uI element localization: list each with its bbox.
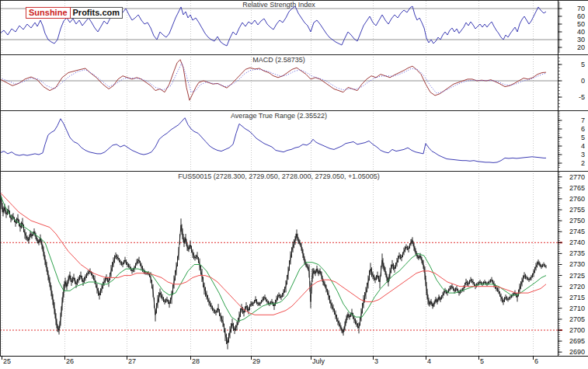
x-tick-label: 6 <box>534 357 538 365</box>
logo-sunshine: Sunshine <box>26 7 71 19</box>
y-tick-label: 2735 <box>569 249 585 257</box>
x-tick-label: 27 <box>128 357 136 365</box>
y-tick-label: 60 <box>577 12 585 20</box>
x-tick-label: 25 <box>3 357 11 365</box>
y-tick-label: 40 <box>577 28 585 36</box>
y-tick-label: 2 <box>581 159 585 167</box>
y-tick-label: 2715 <box>569 294 585 301</box>
y-tick-label: 20 <box>577 44 585 51</box>
y-tick-label: 5 <box>581 134 585 141</box>
macd-signal-line <box>0 63 546 93</box>
technical-analysis-chart: 203040506070-505234567269026952700270527… <box>0 0 588 369</box>
y-tick-label: 2750 <box>569 217 585 225</box>
y-tick-label: 70 <box>577 5 585 12</box>
atr-line <box>0 118 546 163</box>
y-tick-label: -5 <box>579 93 585 101</box>
price-line <box>0 193 546 343</box>
chart-canvas: 203040506070-505234567269026952700270527… <box>0 0 588 369</box>
y-tick-label: 0 <box>581 77 585 85</box>
x-tick-label: 29 <box>252 357 260 365</box>
y-tick-label: 3 <box>581 151 585 158</box>
x-tick-label: July <box>312 357 325 365</box>
y-tick-label: 2700 <box>569 326 585 334</box>
y-tick-label: 2745 <box>569 228 585 235</box>
x-tick-label: 3 <box>374 357 378 365</box>
y-tick-label: 2760 <box>569 195 585 203</box>
y-tick-label: 2710 <box>569 305 585 312</box>
y-tick-label: 2765 <box>569 184 585 192</box>
y-tick-label: 5 <box>581 61 585 68</box>
y-tick-label: 2730 <box>569 260 585 268</box>
y-tick-label: 2690 <box>569 348 585 356</box>
sunshine-profits-logo[interactable]: Sunshine Profits.com <box>26 7 123 19</box>
x-tick-label: 5 <box>480 357 484 365</box>
ma-slow-line <box>0 193 546 315</box>
y-tick-label: 50 <box>577 20 585 28</box>
x-tick-label: 4 <box>427 357 431 365</box>
y-tick-label: 30 <box>577 36 585 44</box>
y-tick-label: 2770 <box>569 173 585 181</box>
y-tick-label: 7 <box>581 117 585 124</box>
y-tick-label: 2740 <box>569 238 585 246</box>
logo-profits: Profits.com <box>71 7 124 19</box>
macd-line <box>0 60 546 101</box>
y-tick-label: 2695 <box>569 337 585 345</box>
y-tick-label: 2755 <box>569 206 585 214</box>
x-tick-label: 26 <box>66 357 74 365</box>
x-tick-label: 28 <box>192 357 200 365</box>
y-tick-label: 6 <box>581 125 585 133</box>
y-tick-label: 2725 <box>569 272 585 280</box>
y-tick-label: 2705 <box>569 315 585 323</box>
y-tick-label: 4 <box>581 142 585 150</box>
y-tick-label: 2720 <box>569 283 585 291</box>
